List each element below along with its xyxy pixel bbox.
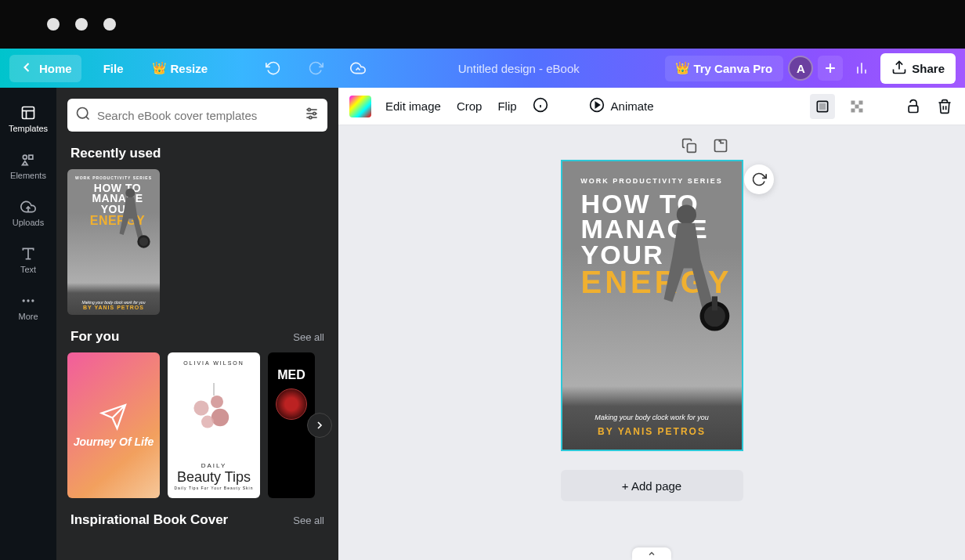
edit-image-button[interactable]: Edit image — [384, 96, 443, 116]
rail-tab-elements[interactable]: Elements — [0, 144, 56, 186]
info-button[interactable] — [531, 94, 550, 118]
rail-label: Templates — [9, 124, 48, 133]
rail-label: Uploads — [13, 218, 44, 227]
svg-rect-45 — [688, 144, 696, 153]
card-title: Journey Of Life — [74, 435, 154, 448]
delete-button[interactable] — [935, 97, 954, 116]
crown-icon: 👑 — [154, 62, 166, 74]
insights-button[interactable] — [848, 54, 876, 82]
share-button[interactable]: Share — [880, 53, 956, 84]
try-pro-button[interactable]: 👑 Try Canva Pro — [665, 56, 783, 81]
add-page-button[interactable]: + Add page — [561, 470, 743, 501]
svg-rect-40 — [855, 104, 859, 108]
athlete-figure — [110, 186, 154, 254]
cover-series[interactable]: WORK PRODUCTIVITY SERIES — [562, 161, 742, 185]
upload-icon — [891, 60, 907, 78]
rail-tab-text[interactable]: Text — [0, 238, 56, 280]
page-actions — [680, 136, 730, 155]
filters-icon[interactable] — [304, 106, 320, 125]
medallion-graphic — [276, 388, 307, 420]
elements-icon — [19, 150, 38, 169]
flip-button[interactable]: Flip — [496, 96, 518, 116]
transparency-button[interactable] — [848, 97, 866, 116]
search-field[interactable] — [67, 99, 327, 132]
home-button[interactable]: Home — [9, 55, 81, 82]
lock-button[interactable] — [904, 97, 923, 116]
file-label: File — [103, 62, 124, 75]
redo-button[interactable] — [302, 54, 330, 82]
editor-toolbar: Edit image Crop Flip Animate — [338, 88, 965, 125]
svg-rect-42 — [851, 108, 855, 112]
rail-label: Text — [20, 265, 36, 274]
svg-point-18 — [78, 108, 88, 118]
card-prefix: DAILY — [174, 462, 253, 469]
rail-label: More — [18, 312, 38, 321]
animate-icon — [589, 97, 605, 115]
svg-rect-10 — [29, 155, 33, 159]
cloud-sync-icon[interactable] — [344, 54, 372, 82]
home-label: Home — [39, 62, 72, 75]
avatar-initial: A — [797, 62, 805, 75]
svg-point-30 — [211, 408, 229, 425]
rail-label: Elements — [10, 171, 46, 180]
svg-rect-39 — [851, 100, 855, 104]
svg-rect-50 — [711, 296, 717, 310]
svg-point-9 — [23, 155, 27, 159]
new-page-button[interactable] — [711, 136, 730, 155]
resize-label: Resize — [171, 62, 208, 75]
file-menu[interactable]: File — [96, 57, 132, 80]
traffic-close[interactable] — [47, 18, 60, 31]
add-collaborator-button[interactable] — [818, 56, 843, 81]
design-page[interactable]: WORK PRODUCTIVITY SERIES HOW TO MANAGE Y… — [561, 160, 743, 451]
search-input[interactable] — [97, 109, 298, 122]
template-card[interactable]: OLIVIA WILSON DAILY Beauty Tips Daily Ti… — [168, 352, 260, 498]
undo-button[interactable] — [259, 54, 287, 82]
side-rail: Templates Elements Uploads Text More — [0, 88, 56, 560]
editor: Edit image Crop Flip Animate — [338, 88, 965, 560]
athlete-figure[interactable] — [646, 201, 732, 341]
see-all-link[interactable]: See all — [293, 515, 324, 526]
regenerate-button[interactable] — [744, 164, 774, 194]
template-card[interactable]: Journey Of Life — [67, 352, 160, 498]
try-pro-label: Try Canva Pro — [693, 62, 772, 75]
add-page-label: + Add page — [622, 479, 681, 493]
traffic-minimize[interactable] — [75, 18, 88, 31]
section-label: Inspirational Book Cover — [70, 512, 228, 528]
position-button[interactable] — [810, 94, 835, 119]
svg-point-24 — [313, 112, 316, 114]
duplicate-page-button[interactable] — [680, 136, 699, 155]
crop-button[interactable]: Crop — [455, 96, 484, 116]
color-picker-button[interactable] — [349, 96, 371, 117]
svg-point-48 — [676, 204, 696, 224]
crop-label: Crop — [457, 99, 482, 113]
templates-icon — [19, 103, 38, 122]
app-header: Home File 👑 Resize Untitled design - eBo… — [0, 49, 965, 88]
page-thumbnail-toggle[interactable] — [632, 547, 671, 560]
resize-button[interactable]: 👑 Resize — [146, 57, 216, 80]
svg-point-31 — [201, 415, 214, 428]
svg-point-23 — [308, 108, 310, 110]
avatar[interactable]: A — [788, 56, 813, 81]
traffic-zoom[interactable] — [103, 18, 116, 31]
cover-author[interactable]: BY YANIS PETROS — [562, 426, 742, 450]
animate-button[interactable]: Animate — [587, 94, 656, 118]
design-title[interactable]: Untitled design - eBook — [378, 62, 659, 75]
cover-subtitle[interactable]: Making your body clock work for you — [562, 414, 742, 421]
uploads-icon — [19, 197, 38, 216]
rail-tab-templates[interactable]: Templates — [0, 97, 56, 139]
paper-plane-icon — [99, 403, 128, 431]
svg-point-29 — [211, 396, 223, 408]
card-subtitle: Daily Tips For Your Beauty Skin — [174, 486, 253, 490]
cover-author: BY YANIS PETROS — [67, 305, 160, 315]
template-card[interactable]: WORK PRODUCTIVITY SERIES HOW TO MANAGE Y… — [67, 169, 160, 315]
canvas-area[interactable]: WORK PRODUCTIVITY SERIES HOW TO MANAGE Y… — [338, 125, 965, 560]
crown-icon: 👑 — [676, 62, 689, 74]
see-all-link[interactable]: See all — [293, 331, 324, 343]
scroll-next-button[interactable] — [307, 413, 332, 438]
rail-tab-more[interactable]: More — [0, 285, 56, 327]
animate-label: Animate — [611, 99, 654, 113]
svg-point-16 — [27, 299, 29, 302]
section-label: Recently used — [70, 146, 161, 161]
rail-tab-uploads[interactable]: Uploads — [0, 191, 56, 233]
svg-point-17 — [31, 299, 34, 302]
